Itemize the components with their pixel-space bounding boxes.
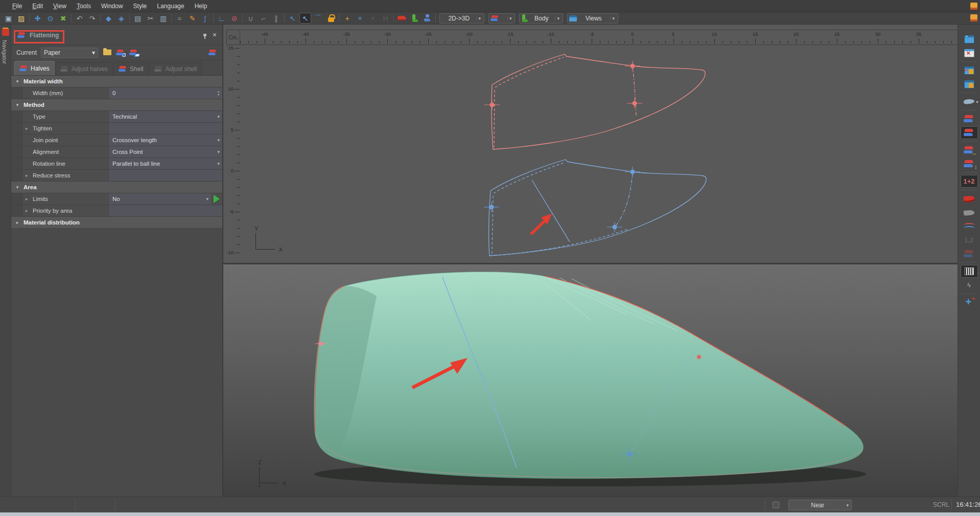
circle-trim-icon[interactable]: ⊘ [228, 13, 240, 24]
pattern-2d-red[interactable] [484, 54, 705, 149]
tab-adjust-shell[interactable]: Adjust shell [149, 62, 202, 75]
halves-pair-icon[interactable] [961, 113, 978, 125]
property-value[interactable] [108, 123, 222, 134]
node-snap-icon[interactable]: ⌐ [258, 13, 269, 24]
row-reduce-stress[interactable]: Reduce stress [11, 170, 222, 182]
window-lock-swap-icon[interactable] [961, 64, 978, 77]
measure-axes-icon[interactable]: ✖ [57, 13, 69, 24]
viewport-3d[interactable]: Z X Y [223, 264, 958, 497]
blue-last-parts-icon[interactable] [422, 13, 433, 24]
pan-hand-icon[interactable]: ✚ [32, 13, 43, 24]
corner-badge-icon[interactable] [970, 3, 977, 10]
group-material-distribution[interactable]: Material distribution [11, 217, 222, 229]
mode-2d3d-select[interactable]: 2D->3D [439, 13, 484, 24]
one-plus-two-icon[interactable]: 1+2 [961, 175, 978, 188]
spinner-icon[interactable] [216, 88, 221, 98]
link-curve-icon[interactable]: ∪ [245, 13, 256, 24]
row-type[interactable]: TypeTechnical [11, 111, 222, 123]
cross-node-icon[interactable]: × [354, 13, 366, 24]
cut-icon[interactable]: ✂ [145, 13, 156, 24]
menu-file[interactable]: File [7, 0, 27, 12]
row-tighten[interactable]: Tighten [11, 123, 222, 134]
copy-icon[interactable]: ▤ [132, 13, 144, 24]
property-value[interactable]: Technical [108, 111, 222, 122]
pattern-2d-blue[interactable] [484, 160, 706, 256]
navigator-label[interactable]: Navigator [2, 40, 8, 64]
save-part-icon[interactable] [116, 49, 125, 56]
one-two-icon[interactable]: 1,2 [961, 234, 978, 246]
select-remove-icon[interactable]: ↖ [287, 13, 298, 24]
menu-style[interactable]: Style [128, 0, 152, 12]
panel-window-icon[interactable] [961, 33, 978, 46]
paste-clipboard-icon[interactable]: ▥ [157, 13, 169, 24]
halves-stack-icon[interactable] [961, 126, 978, 139]
barcode-icon[interactable] [961, 265, 978, 278]
panel-title-bar[interactable]: Flattening [11, 25, 222, 45]
row-join-point[interactable]: Join pointCrossover length [11, 134, 222, 146]
menu-help[interactable]: Help [190, 0, 213, 12]
group-method[interactable]: Method [11, 99, 222, 111]
row-rotation-line[interactable]: Rotation lineParallel to ball line [11, 158, 222, 170]
property-value[interactable]: Cross Point [108, 146, 222, 158]
row-width-mm-[interactable]: Width (mm)0 [11, 87, 222, 99]
body-select[interactable]: Body [519, 13, 563, 24]
row-limits[interactable]: LimitsNo [11, 193, 222, 205]
redo-icon[interactable]: ↷ [86, 13, 98, 24]
close-icon[interactable] [211, 31, 218, 39]
last-gray-icon[interactable] [961, 206, 978, 219]
green-boot-icon[interactable] [409, 13, 421, 24]
control-point[interactable] [697, 355, 701, 359]
arc-select-icon[interactable]: ⌒ [312, 13, 324, 24]
menu-language[interactable]: Language [152, 0, 189, 12]
group-area[interactable]: Area [11, 182, 222, 193]
row-priority-by-area[interactable]: Priority by area [11, 205, 222, 217]
tab-halves[interactable]: Halves [14, 61, 55, 75]
status-checkbox[interactable] [773, 502, 779, 508]
apply-button[interactable] [211, 193, 222, 205]
menu-view[interactable]: View [48, 0, 72, 12]
save-icon[interactable]: ▣ [3, 13, 14, 24]
shoe-red-icon[interactable] [961, 192, 978, 205]
window-lock-icon[interactable] [961, 78, 978, 91]
shoe-last-3d[interactable] [314, 272, 864, 478]
property-value[interactable]: Crossover length [108, 134, 222, 146]
navigator-icon[interactable] [2, 29, 9, 36]
lock-icon[interactable] [325, 13, 337, 24]
cross-node-disabled-icon[interactable]: × [367, 13, 379, 24]
property-value[interactable] [108, 205, 222, 216]
flatten-mode-select[interactable] [488, 13, 515, 24]
import-paste-icon[interactable]: ▨ [15, 13, 27, 24]
viewport-2d[interactable]: Cm. -45-40-35-30-25-20-15-10-50510152025… [223, 25, 958, 263]
undo-icon[interactable]: ↶ [74, 13, 85, 24]
zoom-icon[interactable]: ⊙ [44, 13, 56, 24]
add-node-icon[interactable]: + [341, 13, 353, 24]
red-shoe-icon[interactable] [396, 13, 408, 24]
eraser-icon[interactable]: ◆ [103, 13, 114, 24]
property-value[interactable]: No [108, 193, 211, 205]
menu-window[interactable]: Window [96, 0, 128, 12]
springs-icon[interactable] [961, 220, 978, 233]
ruler-icon[interactable]: ∟ [216, 13, 227, 24]
select-arrow-icon[interactable]: ↖ [299, 13, 311, 24]
pencil-icon[interactable]: ✎ [186, 13, 198, 24]
flatten-seam-line-2d[interactable] [532, 180, 570, 242]
row-alignment[interactable]: AlignmentCross Point [11, 146, 222, 158]
sole-select-icon[interactable] [961, 95, 978, 108]
trim-icon[interactable]: ◈ [115, 13, 127, 24]
curve-edit-icon[interactable]: ∫ [199, 13, 211, 24]
views-select[interactable]: Views [567, 13, 618, 24]
stretch-length-icon[interactable]: ↕ [961, 158, 978, 170]
spline-smooth-icon[interactable]: ≈ [174, 13, 185, 24]
workspace-icon[interactable] [970, 14, 977, 21]
handles-icon[interactable]: H [380, 13, 391, 24]
menu-tools[interactable]: Tools [72, 0, 96, 12]
property-value[interactable]: 0 [108, 87, 222, 99]
group-material-width[interactable]: Material width [11, 76, 222, 87]
tab-adjust-halves[interactable]: Adjust halves [55, 62, 113, 75]
spacing-icon[interactable]: ∥ [270, 13, 282, 24]
tab-shell[interactable]: Shell [113, 62, 149, 75]
erase-part-icon[interactable] [129, 49, 138, 56]
open-folder-icon[interactable] [103, 50, 111, 55]
halves-gray-icon[interactable] [961, 248, 978, 260]
zigzag-nodes-icon[interactable]: ϟ [961, 279, 978, 291]
